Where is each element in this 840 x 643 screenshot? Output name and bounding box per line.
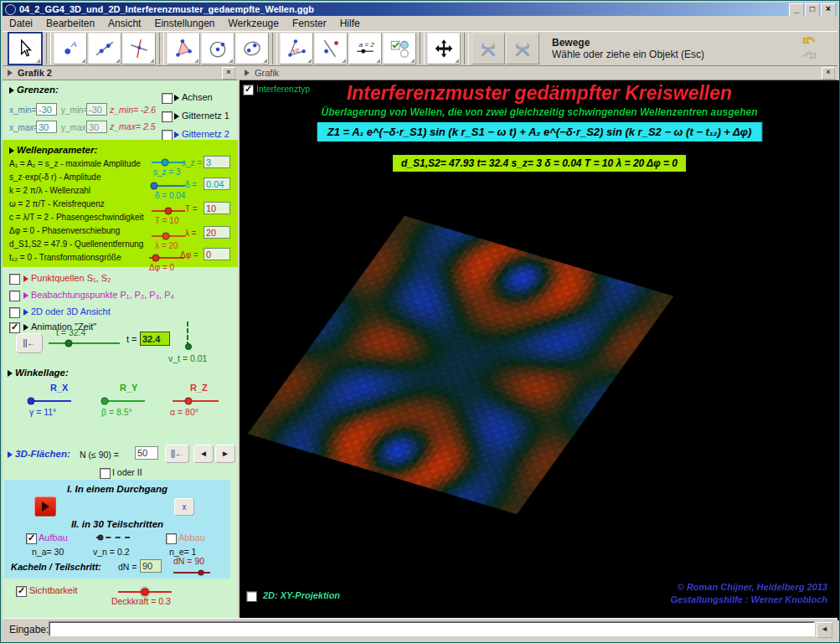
t-input[interactable]: [140, 332, 170, 346]
menu-einstellungen[interactable]: Einstellungen: [147, 16, 221, 31]
deckkraft-value: Deckkraft = 0.3: [111, 596, 171, 606]
xmax-input[interactable]: [36, 121, 57, 133]
expand-arrow-icon[interactable]: [8, 370, 13, 377]
x-button[interactable]: x: [174, 498, 194, 516]
interferenztyp-checkbox[interactable]: [243, 85, 254, 95]
gitternetz2-label: Gitternetz 2: [174, 129, 229, 139]
vt-slider[interactable]: [187, 322, 188, 347]
minimize-button[interactable]: _: [789, 3, 804, 17]
flaechen-reset-button[interactable]: ||←: [165, 445, 189, 463]
move-view-tool-button[interactable]: [427, 33, 461, 64]
slider-tool-button[interactable]: a = 2: [348, 33, 382, 64]
menu-fenster[interactable]: Fenster: [286, 16, 333, 31]
move-tool-button[interactable]: [8, 32, 43, 65]
abbau-checkbox[interactable]: [166, 533, 177, 544]
achsen-checkbox[interactable]: [162, 93, 173, 104]
line-tool-button[interactable]: [88, 33, 121, 64]
menu-bar: Datei Bearbeiten Ansicht Einstellungen W…: [3, 16, 837, 31]
flaechen-next-button[interactable]: ►: [215, 445, 235, 463]
xy-projektion-label: 2D: XY-Projektion: [263, 590, 340, 600]
delta-input-label: δ =: [185, 180, 197, 189]
menu-bearbeiten[interactable]: Bearbeiten: [39, 16, 101, 31]
tool-status: Bewege Wähle oder ziehe ein Objekt (Esc): [552, 37, 704, 60]
menu-ansicht[interactable]: Ansicht: [101, 16, 147, 31]
sz-input-label: s_z =: [182, 158, 202, 167]
special-line-tool-button[interactable]: [122, 33, 156, 64]
delta-slider[interactable]: [152, 182, 185, 190]
ansicht-2d3d-checkbox[interactable]: [9, 307, 20, 318]
expand-arrow-icon[interactable]: [8, 451, 13, 458]
punktquellen-checkbox[interactable]: [9, 274, 20, 285]
angle-tool-button[interactable]: α: [280, 33, 313, 64]
expand-arrow-icon[interactable]: [23, 309, 28, 316]
custom-tool-button-2[interactable]: [506, 33, 539, 64]
i-oder-ii-checkbox[interactable]: [100, 468, 111, 479]
grafik-close-button[interactable]: ×: [822, 67, 835, 80]
xy-projektion-checkbox[interactable]: [246, 591, 257, 602]
point-tool-button[interactable]: A: [54, 33, 87, 64]
toolbar-separator: [272, 33, 277, 64]
ry-slider[interactable]: [101, 397, 145, 405]
eingabe-input[interactable]: [49, 621, 815, 636]
redo-icon[interactable]: [801, 49, 817, 63]
menu-hilfe[interactable]: Hilfe: [333, 16, 367, 31]
close-button[interactable]: ×: [821, 3, 836, 17]
T-slider[interactable]: [152, 207, 185, 215]
sichtbarkeit-checkbox[interactable]: [16, 586, 27, 597]
grafik2-close-button[interactable]: ×: [222, 67, 235, 80]
conic-tool-button[interactable]: [235, 33, 269, 64]
aufbau-checkbox[interactable]: [26, 533, 37, 544]
menu-datei[interactable]: Datei: [3, 16, 39, 31]
vn-slider[interactable]: [96, 533, 130, 542]
expand-arrow-icon[interactable]: [23, 292, 28, 299]
expand-arrow-icon[interactable]: [9, 147, 14, 154]
expand-arrow-icon[interactable]: [174, 95, 179, 101]
undo-icon[interactable]: [801, 34, 817, 48]
delta-input[interactable]: [204, 177, 230, 190]
t-slider[interactable]: [49, 339, 120, 347]
lambda-slider[interactable]: [152, 232, 185, 240]
mirror-tool-button[interactable]: [314, 33, 348, 64]
gamma-value: γ = 11°: [29, 407, 56, 417]
menu-werkzeuge[interactable]: Werkzeuge: [221, 16, 285, 31]
ymin-input[interactable]: [86, 103, 107, 116]
play-button[interactable]: [34, 496, 56, 517]
expand-arrow-icon[interactable]: [23, 275, 28, 282]
expand-arrow-icon[interactable]: [23, 324, 28, 331]
xmax-label: x_max=: [9, 123, 39, 132]
wellenparameter-title: Wellenparameter:: [9, 145, 97, 155]
dphi-input[interactable]: [204, 248, 230, 260]
collapse-arrow-icon[interactable]: [245, 69, 250, 76]
T-input[interactable]: [204, 202, 230, 214]
expand-arrow-icon[interactable]: [174, 113, 179, 120]
maximize-button[interactable]: □: [805, 3, 820, 17]
sz-input[interactable]: [204, 156, 230, 168]
circle-tool-button[interactable]: [201, 33, 234, 64]
flaechen-prev-button[interactable]: ◄: [193, 445, 214, 463]
collapse-arrow-icon[interactable]: [8, 69, 13, 76]
alpha-value: α = 80°: [170, 407, 198, 417]
lambda-input[interactable]: [204, 226, 230, 239]
sz-slider[interactable]: [152, 158, 185, 167]
polygon-tool-button[interactable]: [167, 33, 200, 64]
input-history-button[interactable]: ◄: [817, 622, 832, 638]
xmin-input[interactable]: [36, 103, 57, 116]
deckkraft-slider[interactable]: [118, 588, 172, 596]
dphi-slider[interactable]: [149, 254, 184, 262]
rx-slider[interactable]: [28, 397, 71, 405]
expand-arrow-icon[interactable]: [174, 131, 179, 138]
grenzen-title: Grenzen:: [9, 85, 59, 95]
rz-slider[interactable]: [173, 397, 219, 405]
expand-arrow-icon[interactable]: [9, 87, 14, 94]
ymax-input[interactable]: [86, 121, 107, 133]
dn-input[interactable]: [140, 559, 162, 573]
custom-tool-button-1[interactable]: [472, 33, 505, 64]
dn-slider[interactable]: [173, 568, 210, 577]
gitternetz1-checkbox[interactable]: [162, 111, 173, 122]
beobachtungspunkte-checkbox[interactable]: [9, 291, 20, 301]
animation-zeit-checkbox[interactable]: [9, 322, 20, 333]
time-reset-button[interactable]: ||←: [16, 333, 43, 353]
n-input[interactable]: [135, 446, 158, 460]
checkbox-tool-button[interactable]: [383, 33, 416, 64]
parameter-values-box: d_S1,S2= 47.93 t= 32.4 s_z= 3 δ = 0.04 T…: [392, 154, 687, 172]
